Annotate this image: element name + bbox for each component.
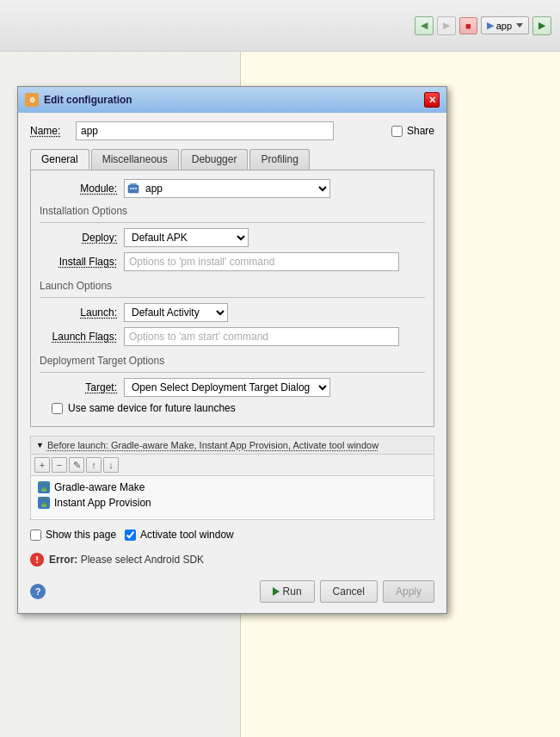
module-select[interactable]: app <box>124 179 330 198</box>
error-text: Error: Please select Android SDK <box>49 554 204 566</box>
cancel-button-label: Cancel <box>333 585 365 598</box>
back-icon: ◀ <box>421 20 428 31</box>
tab-miscellaneous[interactable]: Miscellaneous <box>91 149 179 170</box>
error-row: ! Error: Please select Android SDK <box>30 549 434 570</box>
tab-general[interactable]: General <box>30 149 89 170</box>
app-config-icon: ▶ <box>487 20 494 31</box>
bottom-options: Show this page Activate tool window <box>30 525 434 544</box>
apply-button[interactable]: Apply <box>383 580 434 603</box>
activate-window-label: Activate tool window <box>140 529 234 541</box>
svg-point-16 <box>46 498 47 499</box>
dialog-close-button[interactable]: ✕ <box>424 92 440 108</box>
instant-app-icon <box>38 497 50 509</box>
deployment-target-title: Deployment Target Options <box>40 355 425 367</box>
dialog-app-icon: ⚙ <box>25 93 39 107</box>
deploy-row: Deploy: Default APK APK from app bundle … <box>40 228 425 247</box>
dialog-titlebar: ⚙ Edit configuration ✕ <box>18 87 446 113</box>
name-row: Name: Share <box>30 121 434 140</box>
launch-flags-input[interactable] <box>124 327 399 346</box>
down-before-launch-btn[interactable]: ↓ <box>103 457 119 473</box>
show-page-label: Show this page <box>46 529 116 541</box>
error-message: Please select Android SDK <box>81 554 204 566</box>
before-launch-title: Before launch: Gradle-aware Make, Instan… <box>47 440 378 450</box>
apply-button-label: Apply <box>396 585 422 598</box>
btn-group: Run Cancel Apply <box>260 580 434 603</box>
tabs-row: General Miscellaneous Debugger Profiling <box>30 149 434 170</box>
app-label: app <box>496 21 512 31</box>
dialog-title: Edit configuration <box>44 94 132 106</box>
remove-before-launch-btn[interactable]: − <box>52 457 67 473</box>
target-row: Target: Open Select Deployment Target Di… <box>40 378 425 397</box>
run-button-top[interactable]: ▶ <box>532 16 551 35</box>
gradle-icon <box>38 481 50 493</box>
up-before-launch-btn[interactable]: ↑ <box>86 457 102 473</box>
deploy-select[interactable]: Default APK APK from app bundle Nothing <box>124 228 249 247</box>
run-button[interactable]: Run <box>260 580 315 603</box>
before-launch-section: ▼ Before launch: Gradle-aware Make, Inst… <box>30 436 434 520</box>
list-item: Gradle-aware Make <box>34 480 430 495</box>
before-launch-collapse-icon: ▼ <box>36 441 44 449</box>
forward-button[interactable]: ▶ <box>437 16 456 35</box>
run-icon: ▶ <box>538 20 545 31</box>
launch-row: Launch: Default Activity Specified Activ… <box>40 303 425 322</box>
dialog-body: Name: Share General Miscellaneous Debugg… <box>18 113 446 613</box>
installation-options-title: Installation Options <box>40 205 425 217</box>
svg-point-9 <box>40 482 42 484</box>
same-device-label: Use same device for future launches <box>68 402 236 414</box>
share-checkbox[interactable] <box>391 126 403 137</box>
cancel-button[interactable]: Cancel <box>320 580 378 603</box>
name-label: Name: <box>30 125 69 137</box>
forward-icon: ▶ <box>443 20 450 31</box>
help-button[interactable]: ? <box>30 584 46 599</box>
top-toolbar: ◀ ▶ ■ ▶ app ▶ <box>0 0 560 52</box>
app-selector[interactable]: ▶ app <box>481 16 529 34</box>
svg-point-10 <box>46 482 47 484</box>
target-select[interactable]: Open Select Deployment Target Dialog USB… <box>124 378 330 397</box>
same-device-row: Use same device for future launches <box>52 402 425 414</box>
install-flags-input[interactable] <box>124 252 399 271</box>
module-select-wrap: app <box>124 179 330 198</box>
launch-select[interactable]: Default Activity Specified Activity Noth… <box>124 303 228 322</box>
before-launch-list: Gradle-aware Make Instant App Prov <box>31 476 434 519</box>
instant-app-provision-label: Instant App Provision <box>54 497 151 509</box>
chevron-icon <box>516 23 523 28</box>
deploy-label: Deploy: <box>40 232 117 244</box>
run-button-label: Run <box>283 585 302 598</box>
tab-panel-general: Module: app <box>30 170 434 427</box>
svg-point-6 <box>42 487 46 490</box>
tab-profiling[interactable]: Profiling <box>249 149 309 170</box>
module-label: Module: <box>40 183 117 195</box>
launch-flags-label: Launch Flags: <box>40 331 117 343</box>
share-label: Share <box>407 125 434 137</box>
tab-debugger[interactable]: Debugger <box>181 149 249 170</box>
stop-button[interactable]: ■ <box>459 17 477 34</box>
show-page-row: Show this page <box>30 529 116 541</box>
target-label: Target: <box>40 381 117 393</box>
same-device-checkbox[interactable] <box>52 403 63 414</box>
launch-flags-row: Launch Flags: <box>40 327 425 346</box>
edit-configuration-dialog: ⚙ Edit configuration ✕ Name: Share Gener… <box>17 86 447 614</box>
error-label: Error: <box>49 554 77 566</box>
list-item: Instant App Provision <box>34 495 430 511</box>
launch-options-title: Launch Options <box>40 280 425 292</box>
edit-before-launch-btn[interactable]: ✎ <box>69 457 84 473</box>
separator-2 <box>40 297 425 298</box>
launch-label: Launch: <box>40 307 117 319</box>
show-page-checkbox[interactable] <box>30 530 41 541</box>
svg-point-12 <box>42 503 46 505</box>
svg-point-15 <box>40 498 42 499</box>
before-launch-header[interactable]: ▼ Before launch: Gradle-aware Make, Inst… <box>31 437 434 455</box>
install-flags-label: Install Flags: <box>40 256 117 268</box>
dialog-title-left: ⚙ Edit configuration <box>25 93 132 107</box>
stop-icon: ■ <box>465 21 471 31</box>
module-row: Module: app <box>40 179 425 198</box>
share-row: Share <box>391 125 434 137</box>
error-icon: ! <box>30 553 44 567</box>
separator-3 <box>40 372 425 373</box>
activate-window-checkbox[interactable] <box>125 530 136 541</box>
add-before-launch-btn[interactable]: + <box>34 457 50 473</box>
activate-window-row: Activate tool window <box>125 529 234 541</box>
run-triangle-icon <box>273 587 280 596</box>
name-input[interactable] <box>76 121 334 140</box>
back-button[interactable]: ◀ <box>415 16 434 35</box>
